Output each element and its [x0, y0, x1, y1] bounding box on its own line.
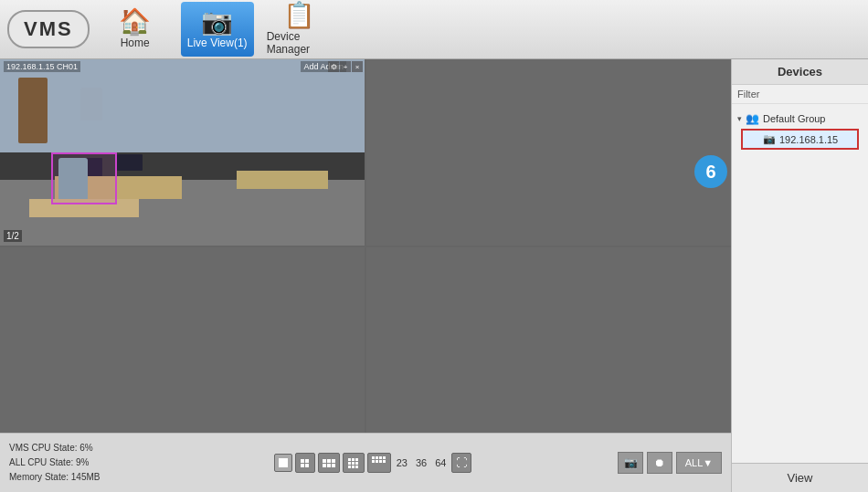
camera-tree-icon: 📷 [763, 133, 776, 145]
all-cpu-value: 9% [76, 457, 89, 467]
fullscreen-btn[interactable]: ⛶ [451, 453, 471, 473]
bottom-right-controls: 📷 ⏺ ALL ▼ [618, 452, 722, 474]
video-grid: 192.168.1.15 CH01 Add Admin ⚙ + × 1/2 [0, 59, 731, 433]
video-cell-4[interactable] [366, 247, 731, 434]
nav-device[interactable]: 📋 Device Manager [263, 2, 336, 57]
group-icon: 👥 [746, 112, 759, 125]
layout-controls: 23 36 64 ⛶ [274, 453, 472, 473]
view-button[interactable]: View [732, 463, 868, 492]
cell-add-btn[interactable]: + [340, 61, 351, 72]
layout-2x2-btn[interactable] [295, 453, 315, 473]
cell-settings-btn[interactable]: ⚙ [328, 61, 339, 72]
layout-36[interactable]: 36 [413, 457, 429, 468]
vms-logo: VMS [7, 10, 90, 48]
main-layout: 192.168.1.15 CH01 Add Admin ⚙ + × 1/2 VM… [0, 59, 868, 492]
all-label: ALL [685, 457, 704, 468]
device-group: ▾ 👥 Default Group 📷 192.168.1.15 [732, 108, 868, 154]
nav-home-label: Home [121, 37, 150, 49]
devices-header: Devices [732, 59, 868, 85]
vms-cpu-value: 6% [79, 443, 92, 453]
device-icon: 📋 [283, 3, 315, 28]
device-group-header[interactable]: ▾ 👥 Default Group [737, 110, 863, 127]
layout-1x1-btn[interactable] [274, 454, 292, 472]
live-icon: 📷 [201, 9, 233, 35]
all-cpu-label: ALL CPU State: [9, 457, 73, 467]
top-bar: VMS 🏠 Home 📷 Live View(1) 📋 Device Manag… [0, 0, 868, 59]
video-cell-3[interactable] [0, 247, 365, 434]
record-btn[interactable]: ⏺ [647, 452, 672, 474]
all-cpu-status: ALL CPU State: 9% [9, 455, 128, 470]
step-badge: 6 [694, 155, 727, 188]
group-name: Default Group [763, 113, 825, 124]
status-text: VMS CPU State: 6% ALL CPU State: 9% Memo… [9, 441, 128, 485]
cell-1-sublabel: 1/2 [4, 230, 22, 242]
cell-close-btn[interactable]: × [352, 61, 363, 72]
layout-3x3-btn[interactable] [343, 453, 365, 473]
filter-bar: Filter [732, 85, 868, 104]
memory-label: Memory State: [9, 472, 69, 482]
layout-64[interactable]: 64 [432, 457, 449, 468]
video-cell-2[interactable] [366, 59, 731, 246]
device-tree: ▾ 👥 Default Group 📷 192.168.1.15 [732, 104, 868, 463]
layout-more-btn[interactable] [367, 453, 391, 473]
right-panel: Devices Filter ▾ 👥 Default Group 📷 192.1… [731, 59, 868, 492]
nav-home[interactable]: 🏠 Home [99, 2, 172, 57]
content-area: 192.168.1.15 CH01 Add Admin ⚙ + × 1/2 VM… [0, 59, 731, 492]
nav-live[interactable]: 📷 Live View(1) [181, 2, 254, 57]
filter-label: Filter [737, 89, 759, 99]
nav-live-label: Live View(1) [187, 37, 248, 49]
device-item[interactable]: 📷 192.168.1.15 [741, 129, 859, 150]
memory-value: 145MB [71, 472, 101, 482]
home-icon: 🏠 [119, 9, 151, 35]
snapshot-btn[interactable]: 📷 [618, 452, 643, 474]
status-bar: VMS CPU State: 6% ALL CPU State: 9% Memo… [0, 433, 731, 492]
all-dropdown-btn[interactable]: ALL ▼ [676, 452, 722, 474]
nav-device-label: Device Manager [267, 30, 333, 56]
layout-2x3-btn[interactable] [318, 453, 340, 473]
vms-cpu-label: VMS CPU State: [9, 443, 77, 453]
cell-1-controls: ⚙ + × [328, 61, 363, 72]
device-ip: 192.168.1.15 [779, 134, 838, 145]
vms-cpu-status: VMS CPU State: 6% [9, 441, 128, 455]
cell-1-label: 192.168.1.15 CH01 [4, 61, 80, 72]
chevron-icon: ▾ [737, 114, 742, 123]
memory-status: Memory State: 145MB [9, 470, 128, 485]
dropdown-arrow: ▼ [703, 457, 713, 468]
video-cell-1[interactable]: 192.168.1.15 CH01 Add Admin ⚙ + × 1/2 [0, 59, 365, 246]
layout-23[interactable]: 23 [394, 457, 410, 468]
